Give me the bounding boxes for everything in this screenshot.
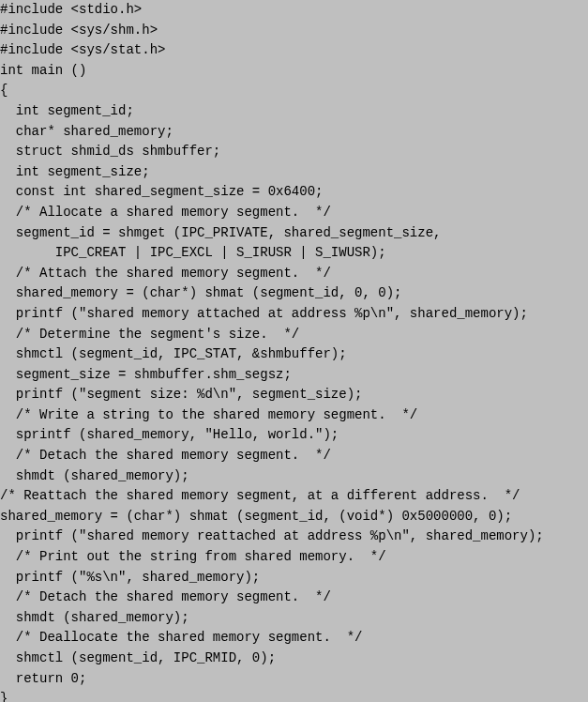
code-block: #include <stdio.h> #include <sys/shm.h> … (0, 0, 588, 702)
